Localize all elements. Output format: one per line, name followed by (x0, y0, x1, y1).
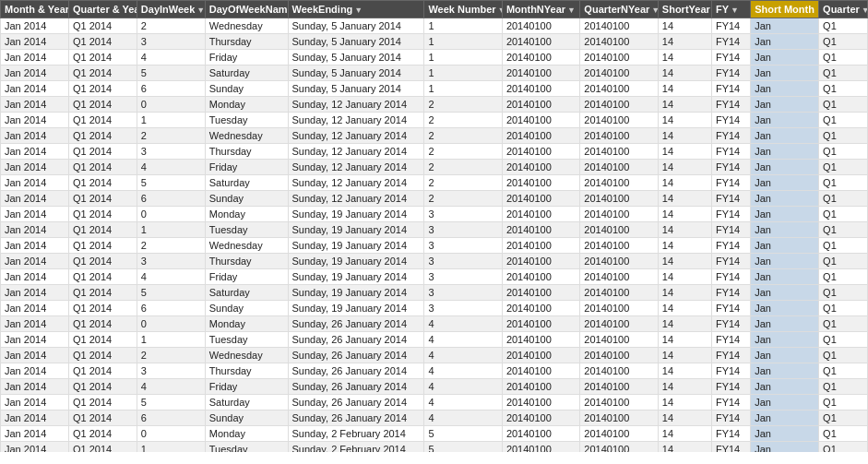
cell-weekending: Sunday, 5 January 2014 (288, 81, 424, 97)
table-row[interactable]: Jan 2014Q1 20146SundaySunday, 19 January… (1, 301, 868, 316)
table-row[interactable]: Jan 2014Q1 20146SundaySunday, 5 January … (1, 81, 868, 97)
cell-monthyear: Jan 2014 (1, 332, 69, 348)
scroll-area[interactable]: Month & Year▼Quarter & Year▼DayInWeek▼Da… (0, 0, 868, 452)
table-row[interactable]: Jan 2014Q1 20144FridaySunday, 26 January… (1, 379, 868, 395)
cell-monthnyear: 20140100 (502, 285, 579, 301)
cell-monthyear: Jan 2014 (1, 207, 69, 222)
cell-shortyear: 14 (658, 18, 711, 34)
cell-weeknumber: 4 (424, 332, 502, 348)
cell-weekending: Sunday, 12 January 2014 (288, 144, 424, 160)
cell-quartnyear: 20140100 (580, 363, 658, 379)
cell-shortyear: 14 (658, 426, 711, 442)
cell-monthnyear: 20140100 (502, 301, 579, 316)
col-header-weekending[interactable]: WeekEnding▼ (288, 1, 424, 18)
cell-monthyear: Jan 2014 (1, 175, 69, 191)
cell-monthyear: Jan 2014 (1, 269, 69, 285)
table-row[interactable]: Jan 2014Q1 20144FridaySunday, 19 January… (1, 269, 868, 285)
cell-dayinweek: 2 (137, 238, 205, 254)
table-row[interactable]: Jan 2014Q1 20141TuesdaySunday, 12 Januar… (1, 113, 868, 128)
cell-fy: FY14 (711, 128, 750, 144)
cell-quartnyear: 20140100 (580, 332, 658, 348)
cell-monthyear: Jan 2014 (1, 113, 69, 128)
cell-monthnyear: 20140100 (502, 238, 579, 254)
table-row[interactable]: Jan 2014Q1 20141TuesdaySunday, 2 Februar… (1, 442, 868, 453)
cell-monthnyear: 20140100 (502, 113, 579, 128)
cell-weekending: Sunday, 5 January 2014 (288, 50, 424, 65)
col-header-weeknumber[interactable]: Week Number▼ (424, 1, 502, 18)
col-header-fy[interactable]: FY▼ (711, 1, 750, 18)
col-header-shortmonth[interactable]: Short Month▼ (751, 1, 819, 18)
cell-quarteryear: Q1 2014 (68, 34, 137, 50)
cell-dayinweek: 3 (137, 254, 205, 269)
cell-dayinweek: 1 (137, 442, 205, 453)
table-row[interactable]: Jan 2014Q1 20142WednesdaySunday, 26 Janu… (1, 348, 868, 363)
table-row[interactable]: Jan 2014Q1 20142WednesdaySunday, 19 Janu… (1, 238, 868, 254)
table-row[interactable]: Jan 2014Q1 20142WednesdaySunday, 5 Janua… (1, 18, 868, 34)
table-row[interactable]: Jan 2014Q1 20145SaturdaySunday, 12 Janua… (1, 175, 868, 191)
cell-monthyear: Jan 2014 (1, 238, 69, 254)
col-header-monthyear[interactable]: Month & Year▼ (1, 1, 69, 18)
cell-dayinweek: 3 (137, 363, 205, 379)
col-header-quartnyear[interactable]: QuarterNYear▼ (580, 1, 658, 18)
cell-fy: FY14 (711, 160, 750, 175)
table-row[interactable]: Jan 2014Q1 20146SundaySunday, 26 January… (1, 410, 868, 426)
cell-dayinweek: 2 (137, 128, 205, 144)
cell-quarteryear: Q1 2014 (68, 191, 137, 207)
cell-weeknumber: 4 (424, 363, 502, 379)
col-header-monthnyear[interactable]: MonthNYear▼ (502, 1, 579, 18)
cell-shortyear: 14 (658, 442, 711, 453)
table-row[interactable]: Jan 2014Q1 20140MondaySunday, 19 January… (1, 207, 868, 222)
cell-monthnyear: 20140100 (502, 81, 579, 97)
col-header-shortyear[interactable]: ShortYear▼ (658, 1, 711, 18)
cell-weekending: Sunday, 12 January 2014 (288, 160, 424, 175)
cell-quarter: Q1 (819, 316, 868, 332)
table-row[interactable]: Jan 2014Q1 20143ThursdaySunday, 26 Janua… (1, 363, 868, 379)
cell-quarter: Q1 (819, 50, 868, 65)
cell-weekending: Sunday, 2 February 2014 (288, 426, 424, 442)
col-label-monthyear: Month & Year (5, 4, 68, 15)
cell-shortmonth: Jan (751, 50, 819, 65)
cell-quarter: Q1 (819, 18, 868, 34)
cell-quarteryear: Q1 2014 (68, 175, 137, 191)
table-row[interactable]: Jan 2014Q1 20140MondaySunday, 2 February… (1, 426, 868, 442)
cell-monthyear: Jan 2014 (1, 191, 69, 207)
cell-shortyear: 14 (658, 34, 711, 50)
table-row[interactable]: Jan 2014Q1 20142WednesdaySunday, 12 Janu… (1, 128, 868, 144)
cell-monthyear: Jan 2014 (1, 426, 69, 442)
cell-weeknumber: 3 (424, 238, 502, 254)
table-row[interactable]: Jan 2014Q1 20144FridaySunday, 5 January … (1, 50, 868, 65)
cell-weekending: Sunday, 5 January 2014 (288, 65, 424, 81)
cell-monthyear: Jan 2014 (1, 81, 69, 97)
sort-icon-quartnyear: ▼ (651, 6, 658, 15)
table-row[interactable]: Jan 2014Q1 20143ThursdaySunday, 19 Janua… (1, 254, 868, 269)
cell-shortyear: 14 (658, 207, 711, 222)
table-row[interactable]: Jan 2014Q1 20141TuesdaySunday, 19 Januar… (1, 222, 868, 238)
cell-quarter: Q1 (819, 426, 868, 442)
table-row[interactable]: Jan 2014Q1 20146SundaySunday, 12 January… (1, 191, 868, 207)
cell-weeknumber: 2 (424, 144, 502, 160)
col-header-quarter[interactable]: Quarter▼ (819, 1, 868, 18)
table-row[interactable]: Jan 2014Q1 20145SaturdaySunday, 19 Janua… (1, 285, 868, 301)
table-row[interactable]: Jan 2014Q1 20141TuesdaySunday, 26 Januar… (1, 332, 868, 348)
cell-fy: FY14 (711, 254, 750, 269)
col-header-dayinweek[interactable]: DayInWeek▼ (137, 1, 205, 18)
cell-fy: FY14 (711, 207, 750, 222)
cell-dayinweek: 3 (137, 144, 205, 160)
table-row[interactable]: Jan 2014Q1 20145SaturdaySunday, 26 Janua… (1, 395, 868, 410)
cell-dayofweekname: Wednesday (205, 238, 288, 254)
table-row[interactable]: Jan 2014Q1 20143ThursdaySunday, 5 Januar… (1, 34, 868, 50)
cell-fy: FY14 (711, 144, 750, 160)
cell-quarteryear: Q1 2014 (68, 222, 137, 238)
sort-icon-monthnyear: ▼ (567, 6, 576, 15)
table-row[interactable]: Jan 2014Q1 20145SaturdaySunday, 5 Januar… (1, 65, 868, 81)
table-row[interactable]: Jan 2014Q1 20144FridaySunday, 12 January… (1, 160, 868, 175)
col-header-dayofweekname[interactable]: DayOfWeekName▼ (205, 1, 288, 18)
cell-quartnyear: 20140100 (580, 426, 658, 442)
table-row[interactable]: Jan 2014Q1 20140MondaySunday, 12 January… (1, 97, 868, 113)
cell-quarteryear: Q1 2014 (68, 81, 137, 97)
table-row[interactable]: Jan 2014Q1 20143ThursdaySunday, 12 Janua… (1, 144, 868, 160)
cell-monthnyear: 20140100 (502, 410, 579, 426)
col-header-quarteryear[interactable]: Quarter & Year▼ (68, 1, 137, 18)
cell-shortmonth: Jan (751, 316, 819, 332)
table-row[interactable]: Jan 2014Q1 20140MondaySunday, 26 January… (1, 316, 868, 332)
